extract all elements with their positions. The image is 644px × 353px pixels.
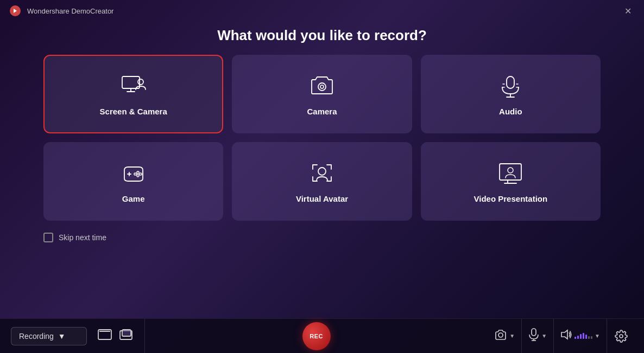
volume-ctrl-group[interactable]: ▼ <box>554 319 607 354</box>
skip-label[interactable]: Skip next time <box>59 233 106 242</box>
svg-point-28 <box>498 333 503 337</box>
skip-row: Skip next time <box>0 226 644 249</box>
card-audio[interactable]: Audio <box>421 55 601 133</box>
svg-rect-7 <box>507 76 514 88</box>
card-screen-camera-label: Screen & Camera <box>100 107 167 116</box>
card-virtual-avatar[interactable]: Virtual Avatar <box>232 142 412 221</box>
fullscreen-icon[interactable] <box>98 329 112 343</box>
app-logo-icon <box>9 4 22 17</box>
camera-ctrl-group[interactable]: ▼ <box>488 319 522 354</box>
svg-point-5 <box>318 83 326 91</box>
card-camera-label: Camera <box>307 107 337 116</box>
screen-camera-icon <box>120 72 147 99</box>
right-controls: ▼ ▼ <box>488 319 635 354</box>
audio-icon <box>497 72 524 99</box>
window-icon[interactable] <box>119 329 134 343</box>
card-grid: Screen & Camera Camera Audio <box>0 55 644 221</box>
rec-button[interactable]: REC <box>302 322 331 350</box>
svg-point-20 <box>318 168 326 175</box>
svg-rect-27 <box>122 330 131 336</box>
volume-ctrl-icon <box>560 329 572 343</box>
card-virtual-avatar-label: Virtual Avatar <box>296 194 348 203</box>
mic-ctrl-icon <box>528 328 539 344</box>
card-video-presentation-label: Video Presentation <box>474 194 548 203</box>
recording-dropdown-label: Recording <box>19 332 54 341</box>
svg-point-22 <box>508 168 513 173</box>
card-game-label: Game <box>122 194 145 203</box>
camera-ctrl-icon <box>494 329 507 343</box>
card-audio-label: Audio <box>499 107 522 116</box>
svg-rect-29 <box>532 329 536 336</box>
rec-button-area: REC <box>145 322 488 350</box>
camera-icon <box>308 72 336 99</box>
close-button[interactable]: ✕ <box>620 3 635 18</box>
svg-point-19 <box>134 173 136 175</box>
mic-ctrl-group[interactable]: ▼ <box>522 319 554 354</box>
svg-point-33 <box>620 335 623 338</box>
svg-marker-32 <box>561 330 567 339</box>
virtual-avatar-icon <box>308 159 336 187</box>
screen-type-icons <box>87 319 145 353</box>
svg-rect-21 <box>500 164 521 180</box>
game-icon <box>120 159 147 187</box>
dropdown-arrow-icon: ▼ <box>58 332 66 341</box>
recording-dropdown[interactable]: Recording ▼ <box>11 327 87 345</box>
app-title: Wondershare DemoCreator <box>27 7 113 15</box>
card-video-presentation[interactable]: Video Presentation <box>421 142 601 221</box>
video-presentation-icon <box>497 159 524 187</box>
card-camera[interactable]: Camera <box>232 55 412 133</box>
card-screen-camera[interactable]: Screen & Camera <box>43 55 223 133</box>
rec-button-label: REC <box>310 333 323 339</box>
svg-point-4 <box>138 79 143 85</box>
settings-button[interactable] <box>607 330 635 343</box>
volume-dropdown-arrow: ▼ <box>595 333 600 339</box>
svg-point-17 <box>140 173 142 175</box>
bottom-bar: Recording ▼ REC <box>0 318 644 353</box>
mic-dropdown-arrow: ▼ <box>541 333 547 339</box>
svg-point-18 <box>137 175 139 177</box>
volume-level-indicator <box>574 333 592 339</box>
title-bar-left: Wondershare DemoCreator <box>9 4 113 17</box>
card-game[interactable]: Game <box>43 142 223 221</box>
svg-point-6 <box>320 85 324 88</box>
svg-point-16 <box>137 171 139 174</box>
title-bar: Wondershare DemoCreator ✕ <box>0 0 644 22</box>
main-heading: What would you like to record? <box>0 27 644 44</box>
camera-dropdown-arrow: ▼ <box>509 333 515 339</box>
skip-checkbox[interactable] <box>43 233 53 242</box>
